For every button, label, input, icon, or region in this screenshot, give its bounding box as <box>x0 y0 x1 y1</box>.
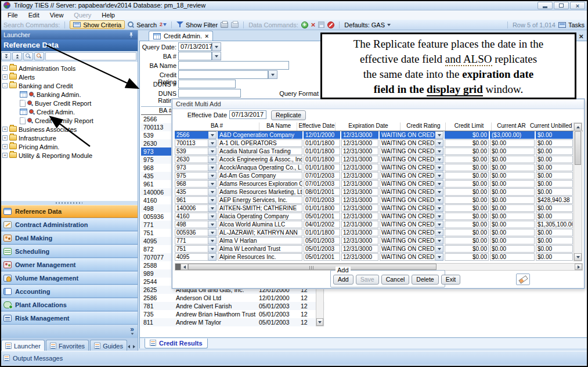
credit-rating-dropdown[interactable] <box>435 131 443 139</box>
ba-dropdown[interactable] <box>208 196 217 204</box>
current-unbilled-cell[interactable]: $0.00 <box>536 204 573 212</box>
duns-rating-input[interactable] <box>178 89 241 98</box>
credit-rating-dropdown[interactable] <box>435 229 443 236</box>
column-header[interactable]: Credit Rating <box>402 123 446 131</box>
current-ar-cell[interactable]: $0.00 <box>490 237 535 244</box>
ba-dropdown[interactable] <box>208 164 217 171</box>
tree-expander[interactable]: + <box>2 135 8 141</box>
credit-rating-cell[interactable]: WAITING ON CREDIT <box>380 147 435 155</box>
add-record-button[interactable]: + <box>301 21 308 28</box>
expiration-date-cell[interactable]: 12/31/3000 <box>341 213 378 220</box>
ba-number-cell[interactable]: 771 <box>175 237 208 244</box>
expiration-date-cell[interactable]: 12/31/3000 <box>341 164 378 171</box>
effective-date-cell[interactable]: 01/01/1800 <box>304 229 340 236</box>
ba-number-cell[interactable]: 973 <box>175 164 208 171</box>
credit-row[interactable]: 700113 A-1 OIL OPERATORS 01/01/1800 12/3… <box>175 139 583 147</box>
tree-expander[interactable]: + <box>2 153 8 158</box>
panel-tab[interactable]: Guides <box>90 340 127 351</box>
nav-button[interactable]: Deal Making <box>0 232 138 244</box>
ba-dropdown[interactable] <box>208 221 217 228</box>
current-unbilled-cell[interactable]: $0.00 <box>536 188 573 196</box>
dialog-action-button[interactable]: Cancel <box>381 275 410 285</box>
current-unbilled-cell[interactable]: $0.00 <box>536 229 573 236</box>
menu-item[interactable]: File <box>2 10 23 20</box>
credit-rating-cell[interactable]: WAITING ON CREDIT <box>380 253 435 261</box>
credit-row[interactable]: 975 Ad-Am Gas Company 07/01/2003 12/31/3… <box>175 172 583 180</box>
ba-name-cell[interactable]: Alma V Harlan <box>218 237 302 244</box>
effective-date-cell[interactable]: 07/01/2003 <box>304 180 340 188</box>
search-tree-button[interactable] <box>23 52 33 60</box>
ba-dropdown[interactable] <box>208 172 217 179</box>
tree-item[interactable]: Credit Admin. <box>0 107 138 116</box>
tree-item[interactable]: Banking Admin. <box>0 90 138 99</box>
credit-row[interactable]: 140006 AITKEN-SMITH; CATHERINE 01/01/180… <box>175 204 583 213</box>
effective-date-cell[interactable]: 12/01/2000 <box>304 131 340 139</box>
credit-limit-cell[interactable]: $0.00 <box>445 204 489 212</box>
eraser-button[interactable] <box>516 274 530 285</box>
ba-number-cell[interactable]: 975 <box>175 172 208 179</box>
current-ar-cell[interactable]: $0.00 <box>490 172 535 179</box>
tree-expander[interactable]: + <box>2 144 8 149</box>
column-header[interactable]: BA Name <box>261 123 297 131</box>
credit-rating-dropdown[interactable] <box>435 221 443 228</box>
tab-close-icon[interactable]: × <box>205 33 208 39</box>
nav-button[interactable]: Accounting <box>0 285 138 298</box>
ba-dropdown[interactable] <box>208 245 217 253</box>
current-unbilled-cell[interactable]: $0.00 <box>536 147 573 155</box>
minimize-button[interactable] <box>538 2 553 9</box>
current-ar-cell[interactable]: $0.00 <box>490 229 535 236</box>
menu-item[interactable]: Help <box>96 10 120 20</box>
panel-splitter[interactable] <box>0 201 138 205</box>
expiration-date-cell[interactable]: 12/31/3000 <box>341 237 378 244</box>
credit-rating-cell[interactable]: WAITING ON CREDIT <box>380 237 435 244</box>
credit-limit-cell[interactable]: $0.00 <box>445 139 489 147</box>
ba-number-cell[interactable]: 700113 <box>175 139 208 147</box>
credit-row[interactable]: 4095 Alpine Resources Inc. 05/01/2001 12… <box>175 253 583 261</box>
ba-dropdown[interactable] <box>208 131 217 139</box>
tree-item[interactable]: + Utility & Reporting Module <box>0 151 138 160</box>
nav-button[interactable]: Owner Management <box>0 258 138 271</box>
credit-limit-cell[interactable]: $0.00 <box>445 237 489 244</box>
effective-date-cell[interactable]: 05/01/2001 <box>304 253 340 261</box>
ba-dropdown[interactable] <box>208 180 217 188</box>
credit-row[interactable]: 973 Acock/Anaqua Operating Co., L.C. 01/… <box>175 164 583 172</box>
credit-limit-cell[interactable]: $0.00 <box>445 147 489 155</box>
sort-icon[interactable]: 2 <box>160 21 167 28</box>
tree-item[interactable]: + Administration Tools <box>0 64 138 73</box>
search-button[interactable]: Search <box>128 21 157 28</box>
ba-name-cell[interactable]: AEP Energy Services, Inc. <box>218 196 302 204</box>
effective-date-cell[interactable]: 04/01/2002 <box>304 221 340 228</box>
expiration-date-cell[interactable]: 12/31/3000 <box>341 180 378 188</box>
credit-row[interactable]: 435 Adams Resources Marketing, Ltd 08/01… <box>175 188 583 196</box>
ba-name-cell[interactable]: Acock Engineering & Assoc., Inc <box>218 156 302 163</box>
scroll-thumb[interactable] <box>575 131 581 165</box>
expiration-date-cell[interactable]: 12/31/3000 <box>341 245 378 253</box>
ba-dropdown[interactable] <box>208 188 217 196</box>
column-header[interactable]: BA # <box>175 123 259 131</box>
credit-limit-cell[interactable]: $0.00 <box>445 229 489 236</box>
credit-rating-cell[interactable]: WAITING ON CREDIT <box>380 139 435 147</box>
ba-dropdown[interactable] <box>208 139 217 147</box>
ba-number-cell[interactable]: 2630 <box>175 156 208 163</box>
ba-name-cell[interactable]: Acock/Anaqua Operating Co., L.C. <box>218 164 302 171</box>
credit-limit-cell[interactable]: $0.00 <box>445 156 489 163</box>
ba-number-cell[interactable]: 140006 <box>175 204 208 212</box>
ba-name-cell[interactable]: Alpine Resources Inc. <box>218 253 302 261</box>
expiration-date-cell[interactable]: 12/31/3000 <box>341 204 378 212</box>
delete-record-button[interactable]: × <box>311 21 316 28</box>
effective-date-cell[interactable]: 07/01/2003 <box>304 172 340 179</box>
current-ar-cell[interactable]: $0.00 <box>490 221 535 228</box>
ba-number-cell[interactable]: 961 <box>175 196 208 204</box>
ba-dropdown[interactable] <box>208 237 217 244</box>
menu-item[interactable]: Query <box>68 10 96 20</box>
replicate-button[interactable]: Replicate <box>271 110 306 120</box>
current-unbilled-cell[interactable]: $428,940.38 <box>536 196 573 204</box>
expiration-date-cell[interactable]: 12/31/3000 <box>341 172 378 179</box>
scroll-up-button[interactable] <box>574 123 582 131</box>
current-ar-cell[interactable]: $0.00 <box>490 164 535 171</box>
ba-name-cell[interactable]: Alma W Leonhard Trust <box>218 245 302 253</box>
credit-rating-dropdown[interactable] <box>435 245 443 253</box>
current-unbilled-cell[interactable]: $0.00 <box>536 156 573 163</box>
credit-limit-cell[interactable]: $0.00 <box>445 196 489 204</box>
current-ar-cell[interactable]: ($3,000.00) <box>490 131 535 139</box>
